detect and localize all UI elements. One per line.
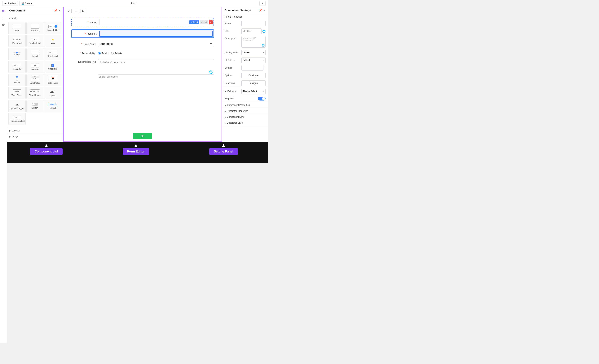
component-item-daterange[interactable]: 📅 DateRange — [44, 74, 62, 86]
settings-display-state-select[interactable]: Visible — [241, 50, 265, 55]
switch-label: Switch — [32, 107, 38, 109]
settings-default-field: Default T — [222, 64, 268, 72]
field-properties-section: ▾ Field Properties Name Title 🌐 D — [222, 14, 268, 102]
nav-menu-button[interactable]: ☰ — [1, 15, 6, 21]
component-item-number[interactable]: 123 ▲▼ NumberInput — [26, 35, 44, 47]
form-toolbar: ↺ ↔ ▶ — [64, 7, 221, 15]
timezone-field: * Time Zone: UTC+01:00 — [71, 41, 214, 47]
field-edit-button[interactable]: ✏ — [200, 20, 204, 24]
layouts-label: Layouts — [12, 129, 20, 132]
arrays-section[interactable]: ▶ Arrays — [7, 134, 63, 139]
component-item-cascader[interactable]: ABC Cascader — [9, 61, 26, 73]
locale-label: LocaleEditor — [47, 29, 59, 31]
component-item-timerange[interactable]: 00:00 00:00 Time Range — [26, 87, 44, 99]
component-item-rate[interactable]: ★ Rate — [44, 35, 62, 47]
settings-options-control: Configure — [241, 73, 265, 78]
settings-actions: 📌 ✕ — [259, 9, 265, 12]
uploaddragger-label: UploadDragger — [10, 107, 24, 110]
identifier-field: * Identifier: — [71, 29, 214, 38]
settings-default-input[interactable] — [241, 65, 264, 70]
nav-home-button[interactable]: ⊞ — [1, 8, 6, 14]
ok-button[interactable]: OK — [133, 133, 152, 139]
component-item-textarea[interactable]: TextArea — [26, 22, 44, 34]
undo-button[interactable]: ↺ — [66, 9, 71, 13]
settings-title-field: Title 🌐 — [222, 27, 268, 35]
settings-reactions-field: Reactions Configure — [222, 79, 268, 87]
identifier-input[interactable] — [99, 31, 213, 37]
component-item-transfer[interactable]: ⇄ Transfer — [26, 61, 44, 73]
component-item-datepicker[interactable]: ◀ ▶ 1234 DatePicker — [26, 74, 44, 86]
component-item-input[interactable]: Input — [9, 22, 26, 34]
component-item-timepicker[interactable]: 00:00 Time Picker — [9, 87, 26, 99]
sidebar-close-button[interactable]: ✕ — [58, 9, 61, 12]
decorator-properties-header[interactable]: ▶ Decorator Properties — [222, 108, 268, 114]
accessibility-public-option[interactable]: Public — [98, 52, 108, 55]
resize-button[interactable]: ↔ — [73, 9, 79, 13]
accessibility-private-option[interactable]: Private — [111, 52, 122, 55]
component-item-treeselect[interactable]: ⊞ ▾ TreeSelect — [44, 48, 62, 60]
decorator-style-label: Decorator Style — [227, 121, 243, 124]
component-item-password[interactable]: • • • • 👁 Password — [9, 35, 26, 47]
settings-required-field: Required — [222, 95, 268, 102]
description-textarea[interactable] — [98, 59, 214, 75]
form-editor-arrow — [134, 144, 137, 147]
settings-description-label: Description — [225, 36, 240, 40]
settings-reactions-configure-button[interactable]: Configure — [241, 80, 265, 86]
settings-display-state-field: Display State Visible — [222, 49, 268, 56]
settings-title-globe-icon[interactable]: 🌐 — [262, 30, 265, 33]
switch-icon — [32, 103, 38, 106]
component-style-header[interactable]: ▶ Component Style — [222, 114, 268, 120]
nav-history-button[interactable]: ⟳ — [1, 22, 6, 27]
expand-button[interactable]: ⤢ — [259, 1, 265, 6]
accessibility-public-radio[interactable] — [98, 52, 101, 54]
settings-required-toggle[interactable] — [258, 97, 265, 101]
timezone-field-control: UTC+01:00 — [98, 41, 214, 47]
play-button[interactable]: ▶ — [80, 9, 86, 13]
timezone-select[interactable]: UTC+01:00 — [98, 41, 214, 47]
settings-options-configure-button[interactable]: Configure — [241, 73, 265, 78]
radio-label: Radio — [14, 81, 20, 84]
name-field: * Name: ▲ ▼ ⊞ Input ✏ ⚙ ✕ — [71, 18, 214, 26]
settings-description-globe-icon[interactable]: 🌐 — [262, 44, 264, 47]
decorator-style-header[interactable]: ▶ Decorator Style — [222, 120, 268, 126]
component-item-object[interactable]: {Object} Object — [44, 100, 62, 112]
component-item-radio[interactable]: Radio — [9, 74, 26, 86]
input-label: Input — [15, 29, 19, 31]
settings-title-input[interactable] — [241, 28, 262, 34]
accessibility-public-label: Public — [101, 52, 108, 55]
field-properties-header[interactable]: ▾ Field Properties — [222, 14, 268, 20]
accessibility-field: * Accessibility: Public Private — [71, 50, 214, 56]
component-item-slider[interactable]: Slider — [9, 48, 26, 60]
sidebar-pin-button[interactable]: 📌 — [54, 9, 57, 12]
settings-close-button[interactable]: ✕ — [263, 9, 265, 12]
field-input-badge[interactable]: ⊞ Input — [189, 20, 199, 24]
settings-ui-pattern-select[interactable]: Editable — [241, 58, 265, 63]
settings-name-input[interactable] — [241, 21, 265, 26]
number-label: NumberInput — [29, 42, 41, 44]
component-item-checkbox[interactable]: ✓ Checkbox — [44, 61, 62, 73]
component-item-uploaddragger[interactable]: ☁ UploadDragger — [9, 100, 26, 112]
component-item-switch[interactable]: Switch — [26, 100, 44, 112]
top-bar-right: ⤢ — [259, 1, 265, 6]
component-item-locale[interactable]: UTC 🌐 LocaleEditor — [44, 22, 62, 34]
transfer-label: Transfer — [31, 68, 39, 70]
locale-icon: UTC 🌐 — [48, 25, 57, 28]
treeselect-icon: ⊞ ▾ — [49, 51, 57, 54]
component-item-upload[interactable]: ☁↑ Upload — [44, 87, 62, 99]
field-settings-button[interactable]: ⚙ — [204, 20, 208, 24]
component-item-timezone[interactable]: UTC TimeZoneSelect — [9, 113, 26, 125]
accessibility-private-radio[interactable] — [111, 52, 114, 54]
save-button[interactable]: 💾 Save ▾ — [19, 1, 34, 6]
preview-button[interactable]: 👁 Preview — [2, 1, 18, 6]
component-properties-header[interactable]: ▶ Component Properties — [222, 102, 268, 108]
rate-icon: ★ — [51, 37, 54, 42]
settings-pin-button[interactable]: 📌 — [259, 9, 262, 12]
layouts-section[interactable]: ▶ Layouts — [7, 128, 63, 134]
password-icon: • • • • 👁 — [13, 38, 21, 41]
component-item-select[interactable]: ▾ Select — [26, 48, 44, 60]
field-delete-button[interactable]: ✕ — [209, 20, 213, 24]
inputs-section-header[interactable]: ▾ Inputs — [7, 16, 63, 21]
description-globe-icon[interactable]: 🌐 — [209, 70, 213, 74]
settings-validator-select[interactable]: Please Select — [241, 89, 265, 94]
settings-ui-pattern-field: UI Pattern Editable — [222, 56, 268, 64]
